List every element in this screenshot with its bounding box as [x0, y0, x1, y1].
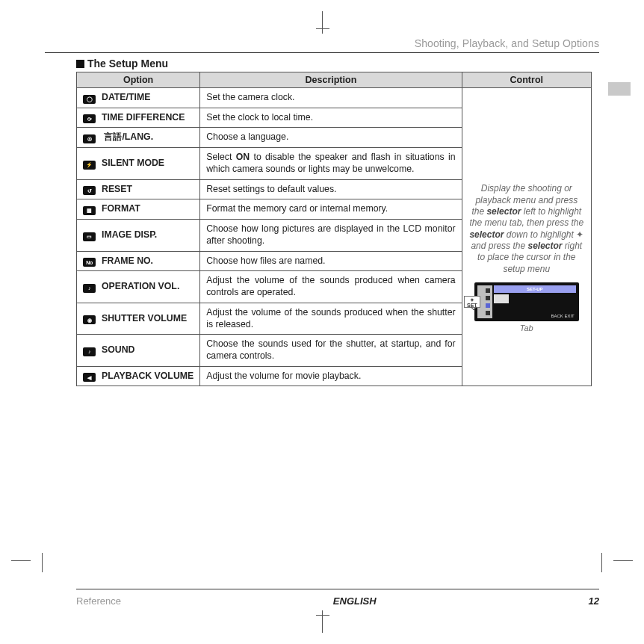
lcd-diagram: SET-UP BACK EXIT ✦ SET Tab — [474, 282, 579, 333]
lcd-set-callout: ✦ SET — [464, 296, 480, 308]
lcd-exit-label: BACK EXIT — [551, 314, 574, 320]
desc-operation-vol: Adjust the volume of the sounds produced… — [200, 271, 462, 303]
image-disp-icon: ▭ — [83, 232, 96, 241]
lcd-title: SET-UP — [494, 285, 576, 293]
format-icon: ▦ — [83, 206, 96, 215]
footer-language: ENGLISH — [333, 595, 377, 607]
opt-playback-volume: ◀PLAYBACK VOLUME — [77, 366, 200, 386]
opt-sound: ♪SOUND — [77, 335, 200, 366]
page-footer: Reference ENGLISH 12 — [76, 589, 599, 607]
opt-format: ▦FORMAT — [77, 199, 200, 220]
desc-date-time: Set the camera clock. — [200, 88, 462, 108]
clock-icon: ◯ — [83, 95, 96, 104]
frame-no-icon: No — [83, 258, 96, 267]
page-breadcrumb: Shooting, Playback, and Setup Options — [45, 37, 599, 49]
col-option: Option — [77, 72, 200, 88]
opt-date-time: ◯DATE/TIME — [77, 88, 200, 108]
opt-lang: ◎ 言語/LANG. — [77, 128, 200, 148]
control-instructions: Display the shooting or playback menu an… — [462, 88, 591, 386]
desc-shutter-volume: Adjust the volume of the sounds produced… — [200, 303, 462, 334]
opt-frame-no: NoFRAME NO. — [77, 251, 200, 271]
time-diff-icon: ⟳ — [83, 114, 96, 123]
desc-playback-volume: Adjust the volume for movie playback. — [200, 366, 462, 386]
silent-icon: ⚡ — [83, 161, 96, 170]
tab-label: Tab — [474, 323, 579, 333]
opt-reset: ↺RESET — [77, 179, 200, 199]
setup-menu-table: Option Description Control ◯DATE/TIME Se… — [76, 72, 592, 386]
col-control: Control — [462, 72, 591, 88]
opt-image-disp: ▭IMAGE DISP. — [77, 220, 200, 251]
opt-operation-vol: ♪OPERATION VOL. — [77, 271, 200, 303]
desc-time-difference: Set the clock to local time. — [200, 108, 462, 128]
desc-lang: Choose a language. — [200, 128, 462, 148]
desc-frame-no: Choose how files are named. — [200, 251, 462, 271]
opt-time-difference: ⟳TIME DIFFERENCE — [77, 108, 200, 128]
operation-vol-icon: ♪ — [83, 284, 96, 293]
lang-icon: ◎ — [83, 134, 96, 143]
desc-sound: Choose the sounds used for the shutter, … — [200, 335, 462, 366]
col-description: Description — [200, 72, 462, 88]
playback-vol-icon: ◀ — [83, 373, 96, 382]
footer-page-number: 12 — [589, 595, 599, 607]
desc-format: Format the memory card or internal memor… — [200, 199, 462, 220]
shutter-vol-icon: ◉ — [83, 315, 96, 324]
sound-icon: ♪ — [83, 347, 96, 356]
opt-shutter-volume: ◉SHUTTER VOLUME — [77, 303, 200, 334]
desc-image-disp: Choose how long pictures are displayed i… — [200, 220, 462, 251]
reset-icon: ↺ — [83, 186, 96, 195]
desc-silent-mode: Select ON to disable the speaker and fla… — [200, 148, 462, 179]
opt-silent-mode: ⚡SILENT MODE — [77, 148, 200, 179]
set-icon: ✦ — [576, 229, 583, 240]
desc-reset: Reset settings to default values. — [200, 179, 462, 199]
side-index-tab — [608, 82, 631, 96]
section-title: The Setup Menu — [76, 58, 599, 69]
footer-reference: Reference — [76, 595, 121, 607]
square-bullet-icon — [76, 60, 84, 68]
